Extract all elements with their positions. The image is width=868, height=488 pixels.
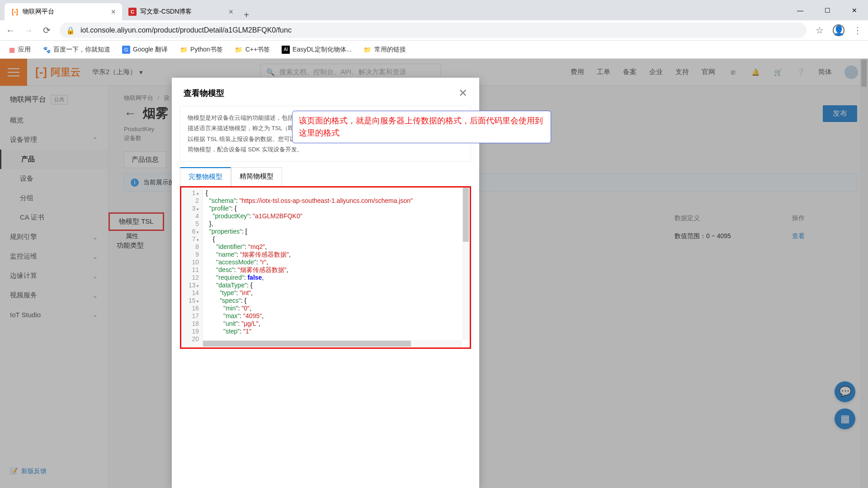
browser-tab-active[interactable]: [-] 物联网平台 × xyxy=(5,3,122,20)
window-controls: — ☐ ✕ xyxy=(787,0,868,20)
code-content[interactable]: { "schema": "https://iotx-tsl.oss-ap-sou… xyxy=(203,188,470,347)
bookmark-folder[interactable]: 📁常用的链接 xyxy=(363,46,406,54)
bookmarks-bar: ▦应用 🐾百度一下，你就知道 GGoogle 翻译 📁Python书签 📁C++… xyxy=(0,41,868,59)
reload-icon[interactable]: ⟳ xyxy=(42,25,52,35)
close-button[interactable]: ✕ xyxy=(841,0,868,20)
back-icon[interactable]: ← xyxy=(5,25,15,35)
folder-icon: 📁 xyxy=(363,46,372,54)
apps-shortcut[interactable]: ▦应用 xyxy=(7,46,31,54)
address-bar: ← → ⟳ 🔒 iot.console.aliyun.com/product/p… xyxy=(0,20,868,41)
new-tab-button[interactable]: + xyxy=(240,10,253,20)
modal-title: 查看物模型 xyxy=(184,88,224,99)
bookmark-item[interactable]: AIEasyDL定制化物体... xyxy=(282,46,352,54)
bookmark-item[interactable]: GGoogle 翻译 xyxy=(122,46,168,54)
translate-icon: G xyxy=(122,46,130,54)
tsl-modal: 查看物模型 ✕ 物模型是对设备在云端的功能描述，包括设备的属性、服务和事件。物联… xyxy=(172,78,479,488)
code-horizontal-scrollbar[interactable] xyxy=(203,340,462,347)
modal-tabs: 完整物模型 精简物模型 xyxy=(180,167,479,186)
menu-icon[interactable]: ⋮ xyxy=(853,25,863,35)
csdn-icon: C xyxy=(128,8,137,16)
close-icon[interactable]: × xyxy=(111,7,116,17)
modal-header: 查看物模型 ✕ xyxy=(172,78,479,106)
aliyun-icon: [-] xyxy=(11,8,19,16)
lock-icon: 🔒 xyxy=(66,26,75,35)
tab-simple-model[interactable]: 精简物模型 xyxy=(231,167,282,186)
ai-icon: AI xyxy=(282,46,290,54)
forward-icon[interactable]: → xyxy=(24,25,33,35)
code-editor: 1234567891011121314151617181920 { "schem… xyxy=(180,186,471,349)
maximize-button[interactable]: ☐ xyxy=(814,0,841,20)
paw-icon: 🐾 xyxy=(42,46,51,54)
tab-title: 写文章-CSDN博客 xyxy=(140,8,225,16)
bookmark-item[interactable]: 🐾百度一下，你就知道 xyxy=(42,46,110,54)
folder-icon: 📁 xyxy=(235,46,243,54)
minimize-button[interactable]: — xyxy=(787,0,814,20)
star-icon[interactable]: ☆ xyxy=(815,25,825,35)
browser-tab[interactable]: C 写文章-CSDN博客 × xyxy=(122,3,240,20)
url-text: iot.console.aliyun.com/product/productDe… xyxy=(80,26,292,34)
line-gutter: 1234567891011121314151617181920 xyxy=(181,188,203,347)
code-vertical-scrollbar[interactable] xyxy=(462,188,470,340)
apps-icon: ▦ xyxy=(7,46,15,54)
url-input[interactable]: 🔒 iot.console.aliyun.com/product/product… xyxy=(60,23,807,38)
profile-icon[interactable]: 👤 xyxy=(833,24,844,36)
annotation-callout: 该页面的格式，就是向服务器上传数据的格式，后面代码里会使用到这里的格式 xyxy=(292,111,551,143)
modal-description: 物模型是对设备在云端的功能描述，包括设备的属性、服务和事件。物联网平台通过定义一… xyxy=(180,106,471,162)
bookmark-folder[interactable]: 📁C++书签 xyxy=(235,46,270,54)
folder-icon: 📁 xyxy=(179,46,188,54)
tab-full-model[interactable]: 完整物模型 xyxy=(180,167,231,186)
bookmark-folder[interactable]: 📁Python书签 xyxy=(179,46,223,54)
tab-title: 物联网平台 xyxy=(23,8,107,16)
close-icon[interactable]: × xyxy=(228,7,233,17)
close-icon[interactable]: ✕ xyxy=(458,87,467,99)
browser-tab-strip: [-] 物联网平台 × C 写文章-CSDN博客 × + — ☐ ✕ xyxy=(0,0,868,20)
